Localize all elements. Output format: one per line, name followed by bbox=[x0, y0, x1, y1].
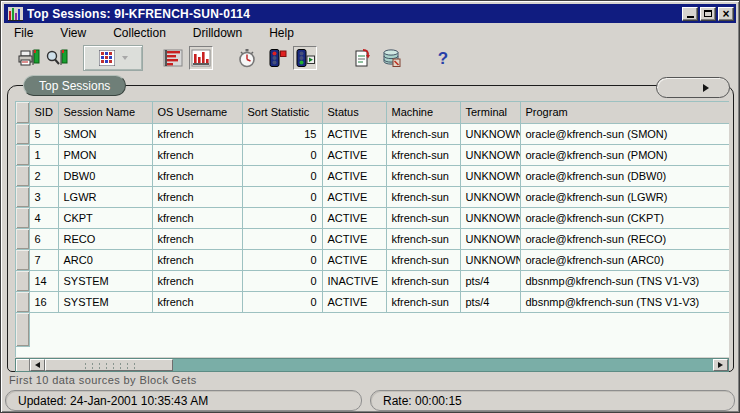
table-cell[interactable]: 4 bbox=[29, 207, 58, 228]
vertical-chart-button[interactable] bbox=[189, 46, 213, 70]
table-cell[interactable]: 7 bbox=[29, 249, 58, 270]
table-cell[interactable]: 6 bbox=[29, 228, 58, 249]
select-all-cell[interactable] bbox=[16, 102, 29, 123]
column-header[interactable]: Terminal bbox=[460, 102, 520, 123]
table-cell[interactable]: 2 bbox=[29, 165, 58, 186]
table-cell[interactable]: oracle@kfrench-sun (SMON) bbox=[520, 123, 729, 144]
table-cell[interactable]: UNKNOWN bbox=[460, 249, 520, 270]
row-selector[interactable] bbox=[16, 207, 29, 228]
table-cell[interactable]: 3 bbox=[29, 186, 58, 207]
table-cell[interactable]: ACTIVE bbox=[322, 144, 386, 165]
print-button[interactable] bbox=[17, 46, 41, 70]
column-header[interactable]: OS Username bbox=[152, 102, 242, 123]
table-cell[interactable]: 1 bbox=[29, 144, 58, 165]
menu-item-file[interactable]: File bbox=[5, 25, 42, 41]
table-cell[interactable]: kfrench-sun bbox=[386, 123, 460, 144]
help-button[interactable]: ? bbox=[431, 46, 455, 70]
menu-item-drilldown[interactable]: Drilldown bbox=[184, 25, 251, 41]
report-button[interactable] bbox=[351, 46, 375, 70]
table-cell[interactable]: kfrench bbox=[152, 228, 242, 249]
column-header[interactable]: Program bbox=[520, 102, 729, 123]
table-cell[interactable]: kfrench-sun bbox=[386, 165, 460, 186]
table-cell[interactable]: kfrench-sun bbox=[386, 228, 460, 249]
table-cell[interactable]: ACTIVE bbox=[322, 207, 386, 228]
table-cell[interactable]: pts/4 bbox=[460, 270, 520, 291]
start-collection-button[interactable] bbox=[293, 46, 317, 70]
table-cell[interactable]: PMON bbox=[58, 144, 152, 165]
table-row[interactable]: 14SYSTEMkfrench0INACTIVEkfrench-sunpts/4… bbox=[16, 270, 729, 291]
table-cell[interactable]: oracle@kfrench-sun (ARC0) bbox=[520, 249, 729, 270]
stop-collection-button[interactable] bbox=[265, 46, 289, 70]
close-button[interactable]: × bbox=[718, 7, 734, 21]
scroll-right-button[interactable] bbox=[713, 359, 728, 371]
timer-button[interactable] bbox=[235, 46, 259, 70]
column-header[interactable]: Machine bbox=[386, 102, 460, 123]
table-cell[interactable]: kfrench-sun bbox=[386, 144, 460, 165]
table-cell[interactable]: kfrench-sun bbox=[386, 249, 460, 270]
table-row[interactable]: 2DBW0kfrench0ACTIVEkfrench-sunUNKNOWNora… bbox=[16, 165, 729, 186]
menu-item-view[interactable]: View bbox=[51, 25, 95, 41]
table-cell[interactable]: ACTIVE bbox=[322, 291, 386, 312]
row-selector[interactable] bbox=[16, 165, 29, 186]
table-cell[interactable]: LGWR bbox=[58, 186, 152, 207]
table-cell[interactable]: oracle@kfrench-sun (LGWR) bbox=[520, 186, 729, 207]
table-cell[interactable]: oracle@kfrench-sun (PMON) bbox=[520, 144, 729, 165]
table-cell[interactable]: ACTIVE bbox=[322, 249, 386, 270]
column-header[interactable]: Sort Statistic bbox=[242, 102, 322, 123]
horizontal-chart-button[interactable] bbox=[161, 46, 185, 70]
table-cell[interactable]: 0 bbox=[242, 270, 322, 291]
table-cell[interactable]: kfrench-sun bbox=[386, 291, 460, 312]
column-header[interactable]: SID bbox=[29, 102, 58, 123]
table-row[interactable]: 4CKPTkfrench0ACTIVEkfrench-sunUNKNOWNora… bbox=[16, 207, 729, 228]
row-selector[interactable] bbox=[16, 123, 29, 144]
table-cell[interactable]: kfrench bbox=[152, 249, 242, 270]
table-cell[interactable]: 0 bbox=[242, 144, 322, 165]
table-cell[interactable]: 0 bbox=[242, 249, 322, 270]
table-cell[interactable]: 0 bbox=[242, 291, 322, 312]
table-cell[interactable]: 16 bbox=[29, 291, 58, 312]
table-cell[interactable]: UNKNOWN bbox=[460, 165, 520, 186]
database-button[interactable] bbox=[379, 46, 403, 70]
minimize-button[interactable] bbox=[682, 7, 698, 21]
table-cell[interactable]: kfrench-sun bbox=[386, 207, 460, 228]
table-cell[interactable]: oracle@kfrench-sun (RECO) bbox=[520, 228, 729, 249]
maximize-button[interactable] bbox=[700, 7, 716, 21]
menu-item-collection[interactable]: Collection bbox=[104, 25, 175, 41]
table-row[interactable]: 5SMONkfrench15ACTIVEkfrench-sunUNKNOWNor… bbox=[16, 123, 729, 144]
table-cell[interactable]: ACTIVE bbox=[322, 165, 386, 186]
tab-top-sessions[interactable]: Top Sessions bbox=[23, 75, 126, 96]
table-cell[interactable]: 0 bbox=[242, 228, 322, 249]
table-cell[interactable]: kfrench bbox=[152, 291, 242, 312]
scrollbar-thumb[interactable] bbox=[45, 359, 173, 371]
table-cell[interactable]: UNKNOWN bbox=[460, 144, 520, 165]
table-cell[interactable]: ACTIVE bbox=[322, 228, 386, 249]
table-cell[interactable]: RECO bbox=[58, 228, 152, 249]
table-cell[interactable]: INACTIVE bbox=[322, 270, 386, 291]
table-cell[interactable]: 5 bbox=[29, 123, 58, 144]
table-cell[interactable]: oracle@kfrench-sun (CKPT) bbox=[520, 207, 729, 228]
table-cell[interactable]: UNKNOWN bbox=[460, 228, 520, 249]
row-selector[interactable] bbox=[16, 228, 29, 249]
table-cell[interactable]: pts/4 bbox=[460, 291, 520, 312]
tab-scroll-button[interactable] bbox=[656, 77, 730, 98]
table-cell[interactable]: dbsnmp@kfrench-sun (TNS V1-V3) bbox=[520, 291, 729, 312]
table-cell[interactable]: DBW0 bbox=[58, 165, 152, 186]
table-row[interactable]: 16SYSTEMkfrench0ACTIVEkfrench-sunpts/4db… bbox=[16, 291, 729, 312]
row-selector[interactable] bbox=[16, 249, 29, 270]
table-cell[interactable]: 15 bbox=[242, 123, 322, 144]
column-header[interactable]: Session Name bbox=[58, 102, 152, 123]
scrollbar-track[interactable] bbox=[173, 359, 713, 371]
row-selector[interactable] bbox=[16, 291, 29, 312]
table-cell[interactable]: 14 bbox=[29, 270, 58, 291]
table-cell[interactable]: 0 bbox=[242, 165, 322, 186]
table-cell[interactable]: 0 bbox=[242, 186, 322, 207]
table-cell[interactable]: CKPT bbox=[58, 207, 152, 228]
table-row[interactable]: 3LGWRkfrench0ACTIVEkfrench-sunUNKNOWNora… bbox=[16, 186, 729, 207]
table-cell[interactable]: kfrench bbox=[152, 207, 242, 228]
table-cell[interactable]: kfrench bbox=[152, 165, 242, 186]
row-selector[interactable] bbox=[16, 186, 29, 207]
search-button[interactable] bbox=[45, 46, 69, 70]
table-row[interactable]: 6RECOkfrench0ACTIVEkfrench-sunUNKNOWNora… bbox=[16, 228, 729, 249]
column-header[interactable]: Status bbox=[322, 102, 386, 123]
table-row[interactable]: 1PMONkfrench0ACTIVEkfrench-sunUNKNOWNora… bbox=[16, 144, 729, 165]
